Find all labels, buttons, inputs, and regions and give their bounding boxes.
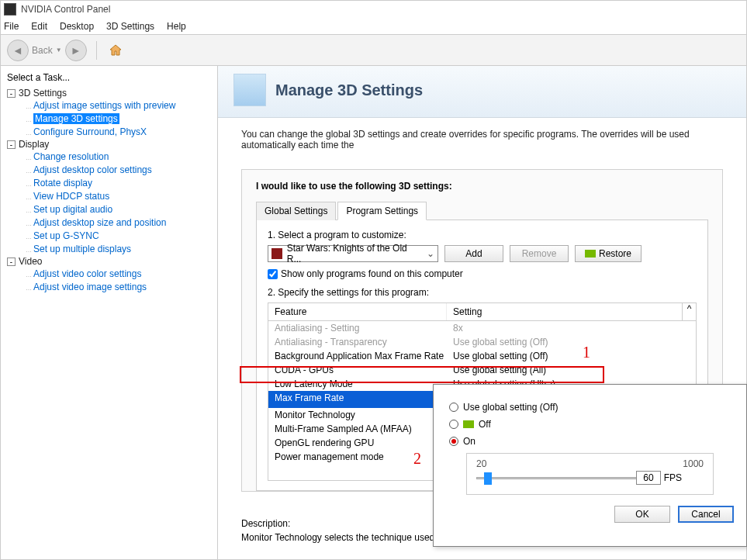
fps-unit: FPS [664, 472, 682, 483]
sidebar-item[interactable]: Adjust image settings with preview [33, 100, 175, 111]
tab-program-settings[interactable]: Program Settings [337, 202, 427, 220]
sidebar-item-manage-3d[interactable]: Manage 3D settings [33, 113, 119, 124]
sidebar-item[interactable]: Adjust desktop color settings [33, 164, 152, 175]
home-button[interactable] [106, 41, 125, 60]
settings-tabs: Global Settings Program Settings [256, 201, 708, 220]
toolbar: ◄ Back ▼ ► [1, 35, 746, 66]
back-label: Back [32, 45, 53, 56]
radio-icon [449, 420, 458, 429]
toolbar-separator [96, 41, 97, 60]
show-only-label: Show only programs found on this compute… [281, 268, 463, 279]
page-title: Manage 3D Settings [275, 81, 423, 99]
feature-cell: Multi-Frame Sampled AA (MFAA) [275, 423, 453, 434]
sidebar-item[interactable]: View HDCP status [33, 191, 109, 202]
option-use-global[interactable]: Use global setting (Off) [449, 402, 731, 413]
table-row[interactable]: CUDA - GPUsUse global setting (All) [268, 363, 696, 377]
slider-thumb[interactable] [484, 472, 492, 485]
feature-cell: Max Frame Rate [275, 392, 453, 406]
menu-file[interactable]: File [4, 21, 19, 32]
nvidia-logo-icon [463, 420, 474, 428]
tab-global-settings[interactable]: Global Settings [256, 202, 336, 220]
tree-group-video: Video [19, 256, 42, 267]
forward-button[interactable]: ► [65, 40, 87, 61]
menu-edit[interactable]: Edit [31, 21, 47, 32]
sidebar-item[interactable]: Set up multiple displays [33, 244, 131, 254]
feature-cell: Low Latency Mode [275, 379, 453, 389]
tree-toggle-icon[interactable]: - [7, 140, 16, 149]
feature-cell: Power management mode [275, 451, 453, 462]
tree-toggle-icon[interactable]: - [7, 258, 16, 266]
slider-min: 20 [476, 458, 486, 469]
feature-cell: Background Application Max Frame Rate [275, 351, 453, 361]
home-icon [108, 43, 123, 58]
sidebar-item[interactable]: Set up G-SYNC [33, 230, 99, 241]
step1-label: 1. Select a program to customize: [268, 230, 697, 240]
option-on[interactable]: On [449, 436, 731, 447]
cancel-button[interactable]: Cancel [678, 506, 734, 523]
option-off[interactable]: Off [449, 419, 731, 430]
restore-button[interactable]: Restore [575, 245, 642, 262]
radio-icon [449, 403, 458, 412]
menu-help[interactable]: Help [167, 21, 186, 32]
program-select[interactable]: Star Wars: Knights of the Old R... ⌄ [268, 245, 438, 262]
feature-cell: OpenGL rendering GPU [275, 437, 453, 448]
step2-label: 2. Specify the settings for this program… [268, 287, 697, 298]
col-feature: Feature [268, 303, 447, 320]
radio-checked-icon [449, 437, 458, 446]
back-dropdown-icon[interactable]: ▼ [56, 47, 62, 54]
frame-rate-popup: Use global setting (Off) Off On 20 1000 … [433, 384, 747, 547]
app-icon [4, 3, 16, 16]
tree-group-display: Display [19, 139, 49, 150]
menu-desktop[interactable]: Desktop [60, 21, 94, 32]
feature-cell: Antialiasing - Transparency [275, 337, 453, 347]
program-select-text: Star Wars: Knights of the Old R... [287, 243, 422, 264]
tree-group-3d: 3D Settings [19, 88, 67, 99]
sidebar-item[interactable]: Configure Surround, PhysX [33, 126, 147, 137]
feature-cell: Antialiasing - Setting [275, 323, 453, 334]
sidebar-item[interactable]: Adjust video image settings [33, 282, 147, 292]
add-button[interactable]: Add [444, 245, 503, 262]
remove-button: Remove [510, 245, 569, 262]
setting-cell[interactable]: 8x [453, 323, 690, 334]
scroll-up-icon[interactable]: ^ [682, 303, 696, 320]
sidebar-item[interactable]: Rotate display [33, 178, 92, 188]
fps-slider-box: 20 1000 60 FPS [466, 453, 714, 495]
table-row[interactable]: Antialiasing - TransparencyUse global se… [268, 335, 696, 349]
page-header-icon [233, 74, 266, 106]
back-button[interactable]: ◄ [7, 40, 29, 61]
title-bar: NVIDIA Control Panel [1, 1, 746, 18]
col-setting: Setting [447, 303, 682, 320]
task-sidebar: Select a Task... -3D Settings Adjust ima… [1, 66, 218, 559]
menu-3d-settings[interactable]: 3D Settings [106, 21, 154, 32]
page-description: You can change the global 3D settings an… [218, 118, 746, 157]
chevron-down-icon: ⌄ [427, 248, 434, 259]
tree-toggle-icon[interactable]: - [7, 89, 16, 98]
sidebar-heading: Select a Task... [1, 69, 217, 86]
feature-cell: CUDA - GPUs [275, 365, 453, 375]
setting-cell[interactable]: Use global setting (Off) [453, 351, 690, 361]
setting-cell[interactable]: Use global setting (Off) [453, 337, 690, 347]
show-only-checkbox[interactable] [268, 269, 278, 279]
menu-bar: File Edit Desktop 3D Settings Help [1, 18, 746, 35]
sidebar-item[interactable]: Adjust desktop size and position [33, 217, 166, 228]
page-header: Manage 3D Settings [218, 66, 746, 118]
slider-track[interactable] [476, 477, 649, 479]
ok-button[interactable]: OK [614, 506, 670, 523]
table-row[interactable]: Background Application Max Frame RateUse… [268, 349, 696, 363]
sidebar-item[interactable]: Adjust video color settings [33, 268, 141, 279]
table-row[interactable]: Antialiasing - Setting8x [268, 321, 696, 335]
setting-cell[interactable]: Use global setting (All) [453, 365, 690, 375]
nvidia-logo-icon [585, 250, 596, 258]
window-title: NVIDIA Control Panel [21, 4, 110, 15]
slider-max: 1000 [683, 458, 704, 469]
fps-value[interactable]: 60 [636, 471, 660, 485]
sidebar-item[interactable]: Change resolution [33, 151, 109, 162]
sidebar-item[interactable]: Set up digital audio [33, 204, 112, 215]
feature-cell: Monitor Technology [275, 410, 453, 420]
game-icon [271, 248, 282, 259]
panel-heading: I would like to use the following 3D set… [256, 181, 708, 192]
